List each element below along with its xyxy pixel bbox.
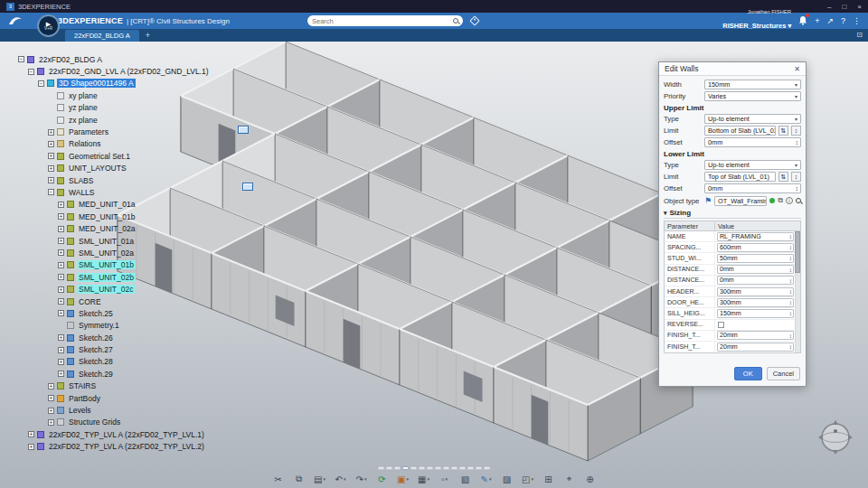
param-value-input[interactable]: 20mm↕	[717, 331, 794, 340]
expander-icon[interactable]: +	[58, 347, 64, 353]
expander-icon[interactable]: +	[58, 371, 64, 377]
undo-icon[interactable]: ↶ ▾	[332, 472, 350, 486]
upper-offset-input[interactable]: 0mm↕	[704, 137, 801, 147]
expander-icon[interactable]: +	[28, 431, 34, 437]
tag-icon[interactable]	[469, 15, 479, 25]
expander-icon[interactable]: +	[28, 444, 34, 450]
tree-item[interactable]: + Structure Grids	[18, 417, 231, 428]
param-value-input[interactable]: 50mm↕	[717, 254, 794, 263]
spinner-icon[interactable]: ↕	[789, 267, 792, 273]
toolbar-tab[interactable]	[386, 466, 393, 470]
width-combo[interactable]: 150mm▾	[704, 80, 801, 89]
toolbar-tab[interactable]	[467, 466, 475, 470]
expander-icon[interactable]: +	[58, 262, 64, 268]
tree-item[interactable]: + SML_UNIT_02b	[18, 271, 231, 283]
expander-icon[interactable]: +	[48, 129, 54, 136]
param-value-input[interactable]: 600mm↕	[717, 243, 794, 252]
overflow-menu-icon[interactable]: ⋮	[853, 17, 861, 25]
tree-item[interactable]: + SML_UNIT_01a	[18, 235, 231, 247]
param-value-input[interactable]: RL_FRAMING↕	[717, 232, 794, 241]
cancel-button[interactable]: Cancel	[767, 367, 800, 380]
expander-icon[interactable]: +	[58, 274, 64, 280]
spinner-icon[interactable]: ↕	[789, 299, 792, 305]
user-block[interactable]: Jonathan FISHER RISHER_Structures ▾	[722, 9, 791, 32]
param-value-input[interactable]: 300mm↕	[717, 298, 794, 307]
toolbar-tab[interactable]	[410, 466, 418, 470]
tree-item[interactable]: − 22xFD02_GND_LVL A (22xFD02_GND_LVL.1)	[18, 65, 231, 77]
tree-item[interactable]: + Geometrical Set.1	[18, 150, 231, 162]
expander-icon[interactable]: +	[48, 153, 54, 159]
info-icon[interactable]: i	[786, 197, 793, 204]
expander-icon[interactable]: +	[48, 419, 54, 426]
spinner-icon[interactable]: ↕	[789, 244, 792, 250]
expander-icon[interactable]: +	[58, 249, 64, 256]
expander-icon[interactable]: +	[48, 165, 54, 172]
spinner-icon[interactable]: ↕	[796, 185, 799, 192]
lower-type-combo[interactable]: Up-to element▾	[704, 160, 801, 170]
copy-icon[interactable]: ⧉	[290, 472, 308, 486]
measure-tool-icon[interactable]: ⌖	[561, 472, 579, 486]
tree-item[interactable]: + SML_UNIT_02a	[18, 247, 231, 258]
expander-icon[interactable]: +	[48, 177, 54, 183]
help-icon[interactable]: ?	[841, 17, 845, 25]
expander-icon[interactable]: +	[48, 383, 54, 389]
tree-item[interactable]: + SML_UNIT_01b	[18, 259, 231, 271]
tree-item[interactable]: xy plane	[18, 89, 231, 101]
caret-down-icon[interactable]: ▾	[489, 476, 492, 482]
insert-tool-icon[interactable]: ⊕	[581, 472, 599, 486]
spinner-icon[interactable]: ↕	[789, 277, 792, 284]
opening-tool-icon[interactable]: ▫ ▾	[436, 472, 454, 486]
tree-item[interactable]: − 3D Shape00011496 A	[18, 78, 231, 89]
frame-tool-icon[interactable]: ◰ ▾	[519, 472, 537, 486]
expander-icon[interactable]: +	[58, 359, 64, 365]
expander-icon[interactable]: +	[58, 238, 64, 244]
collapse-caret-icon[interactable]: ▾	[664, 210, 667, 217]
expander-icon[interactable]: +	[58, 298, 64, 305]
limit-pick-button[interactable]: ⇅	[778, 126, 788, 136]
upper-limit-combo[interactable]: Bottom of Slab (LVL_02)	[704, 126, 776, 136]
lower-offset-input[interactable]: 0mm↕	[704, 183, 801, 193]
expander-icon[interactable]: +	[58, 310, 64, 316]
wall-tool-icon[interactable]: ▣ ▾	[394, 472, 412, 486]
expander-icon[interactable]	[48, 92, 54, 99]
expander-icon[interactable]: +	[58, 213, 64, 220]
tree-item[interactable]: − WALLS	[18, 186, 231, 198]
tree-item[interactable]: + Levels	[18, 404, 231, 416]
caret-down-icon[interactable]: ▾	[344, 476, 346, 482]
limit-flip-button[interactable]: ↕	[791, 126, 801, 136]
tree-item[interactable]: + MED_UNIT_01a	[18, 199, 231, 211]
limit-pick-button[interactable]: ⇅	[778, 172, 788, 182]
tree-item[interactable]: + Sketch.26	[18, 332, 231, 343]
toolbar-tab[interactable]	[435, 466, 442, 470]
expander-icon[interactable]: +	[48, 141, 54, 147]
column-tool-icon[interactable]: ▧	[457, 472, 475, 486]
caret-down-icon[interactable]: ▾	[446, 476, 448, 482]
expander-icon[interactable]	[48, 105, 54, 111]
share-icon[interactable]: ↗	[826, 17, 834, 25]
view-compass[interactable]	[816, 418, 855, 457]
tree-item[interactable]: Symmetry.1	[18, 320, 231, 332]
lower-limit-combo[interactable]: Top of Slab (LVL_01)	[704, 172, 776, 182]
tree-item[interactable]: + MED_UNIT_02a	[18, 222, 231, 234]
toolbar-tab[interactable]	[402, 466, 410, 470]
toolbar-tab[interactable]	[427, 466, 434, 470]
section-plane-marker-icon[interactable]	[238, 126, 249, 134]
search-icon[interactable]	[796, 198, 801, 203]
toolbar-tab[interactable]	[484, 466, 491, 470]
upper-type-combo[interactable]: Up-to element▾	[704, 114, 801, 124]
caret-down-icon[interactable]: ▾	[427, 476, 429, 482]
tab-active-document[interactable]: 22xFD02_BLDG A	[65, 30, 139, 42]
dialog-titlebar[interactable]: Edit Walls ✕	[659, 62, 806, 76]
tree-item[interactable]: + Sketch.29	[18, 368, 231, 380]
dialog-close-icon[interactable]: ✕	[794, 65, 800, 73]
spinner-icon[interactable]: ↕	[789, 343, 792, 350]
tree-item[interactable]: + CORE	[18, 296, 231, 307]
sizing-section[interactable]: ▾ Sizing	[664, 208, 801, 219]
expander-icon[interactable]: +	[48, 395, 54, 401]
search-icon[interactable]	[453, 18, 458, 23]
expander-icon[interactable]	[58, 323, 64, 329]
toolbar-tab[interactable]	[459, 466, 467, 470]
tree-item[interactable]: + Parameters	[18, 126, 231, 137]
tree-item[interactable]: + STAIRS	[18, 380, 231, 392]
toolbar-tab[interactable]	[419, 466, 426, 470]
